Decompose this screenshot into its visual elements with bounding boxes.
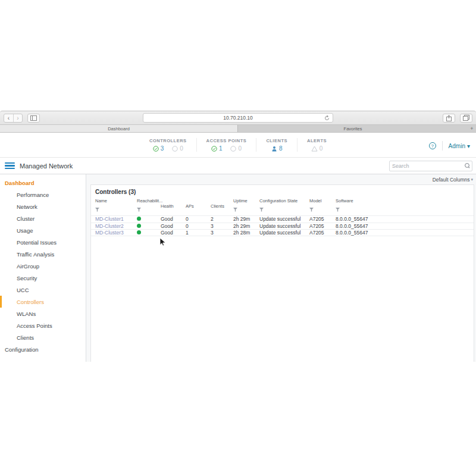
sidebar-item-controllers[interactable]: Controllers	[0, 296, 86, 308]
new-tab-button[interactable]: +	[468, 125, 476, 132]
filter-icon[interactable]	[259, 208, 264, 212]
sidebar-item-traffic-analysis[interactable]: Traffic Analysis	[0, 248, 86, 260]
table-row[interactable]: MD-Cluster3 Good 1 3 2h 28m Update succe…	[91, 229, 474, 236]
stat-label: ACCESS POINTS	[206, 138, 247, 143]
software-cell: 8.0.0.0_55647	[336, 230, 469, 236]
stat-controllers[interactable]: CONTROLLERS 3 0	[140, 138, 196, 152]
stat-access-points[interactable]: ACCESS POINTS 1 0	[196, 138, 256, 152]
uptime-cell: 2h 29m	[233, 216, 259, 222]
tab-overview-button[interactable]	[460, 114, 472, 123]
controllers-card: Controllers (3) Name Reachabilit... Heal…	[90, 184, 474, 362]
tab-favorites[interactable]: Favorites	[238, 125, 468, 132]
sidebar-item-clients[interactable]: Clients	[0, 331, 86, 343]
circle-icon	[172, 146, 178, 152]
default-columns-dropdown[interactable]: Default Columns ▾	[433, 177, 473, 183]
stat-alerts[interactable]: ALERTS 0	[297, 138, 336, 152]
panel-title: Controllers (3)	[91, 185, 474, 198]
help-button[interactable]: ?	[429, 142, 436, 149]
table-row[interactable]: MD-Cluster2 Good 0 3 2h 29m Update succe…	[91, 223, 474, 230]
tab-dashboard[interactable]: Dashboard	[0, 125, 238, 132]
aps-cell: 1	[186, 230, 211, 236]
sidebar-item-dashboard[interactable]: Dashboard	[0, 177, 86, 189]
filter-icon[interactable]	[95, 208, 100, 212]
stat-up-count: 1	[219, 145, 223, 152]
question-icon: ?	[431, 143, 433, 149]
aps-cell: 0	[186, 216, 211, 222]
controller-name-link[interactable]: MD-Cluster3	[95, 230, 137, 236]
tab-label: Dashboard	[108, 126, 130, 131]
sidebar-item-security[interactable]: Security	[0, 272, 86, 284]
admin-menu[interactable]: Admin ▾	[449, 143, 470, 149]
share-icon	[446, 115, 452, 121]
column-header-health[interactable]: Health	[161, 203, 186, 209]
share-button[interactable]	[443, 114, 455, 123]
nav-buttons: ‹ ›	[4, 114, 23, 123]
controller-name-link[interactable]: MD-Cluster2	[95, 223, 137, 229]
search-box[interactable]	[389, 161, 472, 171]
hamburger-menu-icon[interactable]	[5, 162, 15, 170]
reachability-status-dot	[137, 217, 141, 221]
health-cell: Good	[161, 223, 186, 229]
column-header-name[interactable]: Name	[95, 198, 137, 203]
address-bar[interactable]: 10.70.210.10	[143, 113, 333, 123]
sidebar-item-usage[interactable]: Usage	[0, 224, 86, 236]
column-header-uptime[interactable]: Uptime	[233, 198, 259, 203]
browser-window: ‹ › 10.70.210.10 Dashboard Favorites + C…	[0, 111, 476, 362]
clients-cell: 2	[211, 216, 233, 222]
search-icon[interactable]	[464, 162, 469, 170]
stat-down-count: 0	[180, 145, 183, 152]
filter-icon[interactable]	[137, 208, 142, 212]
tabs-icon	[463, 115, 469, 121]
sidebar-item-airgroup[interactable]: AirGroup	[0, 260, 86, 272]
stat-up-count: 3	[161, 145, 164, 152]
uptime-cell: 2h 29m	[233, 223, 259, 229]
circle-icon	[230, 146, 236, 152]
person-icon	[271, 146, 277, 152]
column-header-clients[interactable]: Clients	[211, 203, 233, 209]
filter-icon[interactable]	[309, 208, 314, 212]
main-panel: Default Columns ▾ Controllers (3) Name R…	[86, 174, 476, 362]
sidebar-item-network[interactable]: Network	[0, 201, 86, 212]
health-cell: Good	[161, 216, 186, 222]
chevron-down-icon: ▾	[467, 143, 470, 149]
sidebar-item-configuration[interactable]: Configuration	[0, 343, 86, 355]
sidebar-item-access-points[interactable]: Access Points	[0, 320, 86, 331]
stat-clients[interactable]: CLIENTS 8	[256, 138, 297, 152]
url-text: 10.70.210.10	[223, 115, 253, 121]
mouse-cursor	[159, 237, 167, 247]
reachability-status-dot	[137, 224, 141, 228]
check-circle-icon	[211, 146, 217, 152]
forward-icon: ›	[17, 115, 18, 121]
software-cell: 8.0.0.0_55647	[336, 223, 469, 229]
filter-icon[interactable]	[336, 208, 340, 212]
column-header-software[interactable]: Software	[336, 198, 469, 203]
column-header-aps[interactable]: APs	[186, 203, 211, 209]
config-state-cell: Update successful	[259, 230, 309, 236]
back-icon: ‹	[8, 115, 10, 121]
stats-bar: CONTROLLERS 3 0 ACCESS POINTS	[0, 133, 476, 157]
sidebar-item-performance[interactable]: Performance	[0, 189, 86, 201]
back-button[interactable]: ‹	[4, 114, 13, 122]
aps-cell: 0	[186, 223, 211, 229]
reload-icon[interactable]	[324, 115, 330, 121]
controller-name-link[interactable]: MD-Cluster1	[95, 216, 137, 222]
sidebar-item-ucc[interactable]: UCC	[0, 284, 86, 296]
admin-label: Admin	[449, 143, 465, 149]
model-cell: A7205	[309, 216, 336, 222]
sidebar-item-cluster[interactable]: Cluster	[0, 212, 86, 224]
forward-button[interactable]: ›	[13, 114, 22, 122]
sidebar-item-wlans[interactable]: WLANs	[0, 308, 86, 320]
filter-icon[interactable]	[233, 208, 238, 212]
uptime-cell: 2h 28m	[233, 230, 259, 236]
stat-down-count: 0	[238, 145, 242, 152]
column-header-model[interactable]: Model	[309, 198, 336, 203]
search-input[interactable]	[390, 163, 464, 169]
column-header-configuration-state[interactable]: Configuration State	[259, 198, 309, 203]
sidebar-item-potential-issues[interactable]: Potential Issues	[0, 236, 86, 248]
table-row[interactable]: MD-Cluster1 Good 0 2 2h 29m Update succe…	[91, 215, 474, 223]
model-cell: A7205	[309, 230, 336, 236]
column-header-reachability[interactable]: Reachabilit...	[137, 198, 161, 203]
health-cell: Good	[161, 230, 186, 236]
sidebar-toggle-button[interactable]	[27, 114, 40, 123]
config-state-cell: Update successful	[259, 216, 309, 222]
